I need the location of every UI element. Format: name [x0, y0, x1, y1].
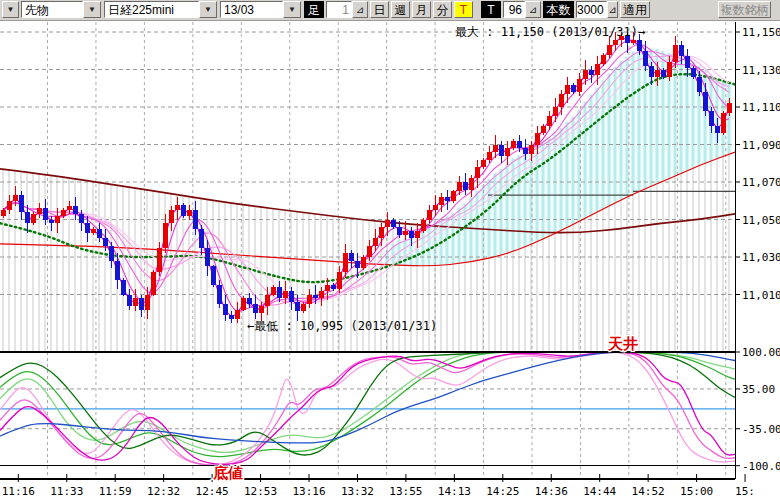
- bottom-annotation: 底値: [212, 464, 243, 482]
- svg-text:11,130: 11,130: [742, 64, 780, 77]
- svg-text:14:52: 14:52: [632, 485, 665, 498]
- svg-text:12:45: 12:45: [196, 485, 229, 498]
- svg-text:12:32: 12:32: [147, 485, 180, 498]
- svg-text:-100.0: -100.0: [742, 460, 780, 473]
- svg-text:12:53: 12:53: [244, 485, 277, 498]
- svg-text:11,010: 11,010: [742, 289, 780, 302]
- svg-text:11,050: 11,050: [742, 214, 780, 227]
- svg-text:15:: 15:: [735, 485, 755, 498]
- svg-text:11,150: 11,150: [742, 26, 780, 39]
- svg-text:35.00: 35.00: [742, 383, 775, 396]
- svg-text:11:59: 11:59: [99, 485, 132, 498]
- min-price-annotation: ←最低 : 10,995 (2013/01/31): [247, 319, 437, 333]
- svg-text:11,030: 11,030: [742, 251, 780, 264]
- svg-text:13:55: 13:55: [389, 485, 422, 498]
- chart-canvas[interactable]: 11,15011,13011,11011,09011,07011,05011,0…: [0, 0, 780, 501]
- svg-text:11,090: 11,090: [742, 139, 780, 152]
- svg-text:14:44: 14:44: [583, 485, 616, 498]
- trading-chart-app: { "toolbar": { "mini_dropdown_arrow": "▼…: [0, 0, 780, 501]
- svg-text:100.00: 100.00: [742, 346, 780, 359]
- svg-text:13:16: 13:16: [292, 485, 325, 498]
- svg-text:15:00: 15:00: [680, 485, 713, 498]
- svg-text:11:16: 11:16: [2, 485, 35, 498]
- svg-text:11,070: 11,070: [742, 176, 780, 189]
- svg-text:13:32: 13:32: [341, 485, 374, 498]
- svg-text:14:36: 14:36: [535, 485, 568, 498]
- svg-text:14:25: 14:25: [486, 485, 519, 498]
- svg-text:11:33: 11:33: [50, 485, 83, 498]
- svg-text:11,110: 11,110: [742, 101, 780, 114]
- price-axis-labels: 11,15011,13011,11011,09011,07011,05011,0…: [735, 26, 780, 473]
- svg-text:-35.00: -35.00: [742, 423, 780, 436]
- oscillator-panel: [0, 352, 735, 465]
- svg-text:14:13: 14:13: [438, 485, 471, 498]
- time-axis-labels: 11:1611:3311:5912:3212:4512:5313:1613:32…: [2, 474, 755, 498]
- ceiling-annotation: 天井: [607, 335, 638, 353]
- max-price-annotation: 最大 : 11,150 (2013/01/31)→: [455, 25, 645, 39]
